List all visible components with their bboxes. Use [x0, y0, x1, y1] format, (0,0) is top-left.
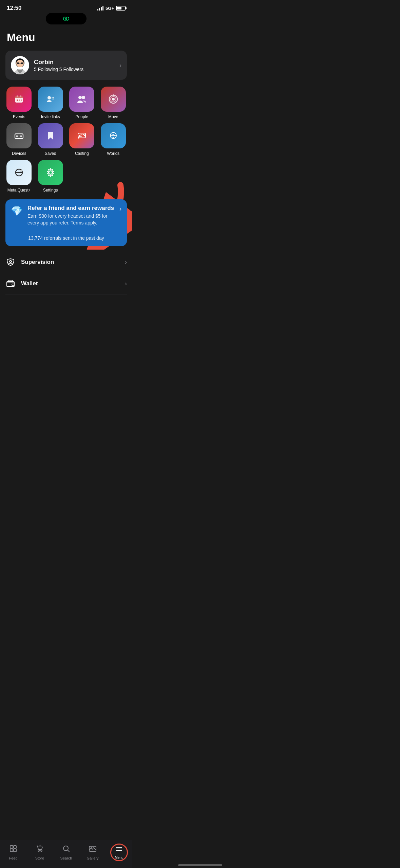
svg-rect-5 — [21, 62, 23, 64]
events-icon-bg — [6, 87, 32, 112]
move-label: Move — [108, 114, 118, 119]
devices-icon — [13, 130, 25, 142]
casting-icon — [76, 130, 88, 142]
diamond-icon: 💎 — [11, 205, 23, 217]
invite-icon — [45, 93, 56, 105]
svg-rect-14 — [17, 100, 18, 101]
move-icon — [108, 93, 119, 105]
chevron-right-icon: › — [119, 62, 121, 69]
events-label: Events — [13, 114, 25, 119]
signal-5g: 5G+ — [106, 6, 114, 11]
devices-icon-bg — [6, 123, 32, 148]
saved-icon-bg — [38, 123, 63, 148]
refer-chevron-icon: › — [119, 205, 121, 213]
supervision-chevron-icon: › — [125, 259, 127, 266]
svg-point-41 — [49, 171, 52, 174]
profile-info: Corbin 5 Following 5 Followers — [34, 59, 115, 72]
grid-item-events[interactable]: Events — [5, 87, 33, 119]
worlds-icon-bg — [101, 123, 126, 148]
invite-links-label: Invite links — [41, 114, 60, 119]
refer-banner[interactable]: 💎 Refer a friend and earn rewards Earn $… — [5, 199, 127, 246]
settings-icon — [45, 167, 56, 178]
supervision-icon — [5, 257, 16, 267]
saved-icon — [45, 130, 56, 142]
list-item-supervision[interactable]: Supervision › — [5, 252, 127, 273]
grid-item-settings[interactable]: Settings — [37, 160, 64, 193]
svg-point-33 — [112, 137, 114, 139]
svg-point-28 — [16, 135, 18, 137]
svg-rect-15 — [19, 100, 20, 101]
people-icon — [76, 93, 88, 105]
refer-title: Refer a friend and earn rewards — [27, 205, 115, 212]
wallet-chevron-icon: › — [125, 280, 127, 287]
meta-quest-label: Meta Quest+ — [7, 188, 31, 193]
svg-point-25 — [112, 98, 115, 101]
grid-item-casting[interactable]: Casting — [68, 123, 96, 156]
people-label: People — [76, 114, 88, 119]
signal-bars — [97, 6, 103, 11]
app-logo-icon — [62, 15, 70, 22]
svg-point-31 — [78, 137, 79, 139]
svg-point-29 — [20, 135, 22, 137]
settings-icon-bg — [38, 160, 63, 185]
battery-icon — [116, 6, 126, 11]
svg-point-1 — [65, 17, 69, 20]
svg-rect-16 — [21, 100, 22, 101]
svg-point-17 — [47, 96, 51, 100]
followers-label: Followers — [63, 67, 83, 72]
following-count: 5 — [34, 67, 37, 72]
devices-label: Devices — [12, 151, 26, 156]
metaquest-icon-bg — [6, 160, 32, 185]
svg-point-46 — [13, 285, 14, 285]
grid-item-meta-quest[interactable]: Meta Quest+ — [5, 160, 33, 193]
events-icon — [13, 93, 25, 105]
status-right: 5G+ — [97, 6, 126, 11]
svg-rect-4 — [17, 62, 19, 64]
status-bar: 12:50 5G+ — [0, 0, 132, 14]
wallet-icon — [5, 278, 16, 289]
casting-label: Casting — [75, 151, 89, 156]
grid-item-move[interactable]: Move — [100, 87, 127, 119]
worlds-icon — [108, 130, 119, 142]
profile-card[interactable]: Corbin 5 Following 5 Followers › — [5, 51, 127, 80]
people-icon-bg — [69, 87, 94, 112]
page-title: Menu — [7, 31, 126, 44]
svg-rect-13 — [15, 96, 23, 98]
casting-icon-bg — [69, 123, 94, 148]
dynamic-island — [0, 13, 132, 24]
list-item-wallet[interactable]: Wallet › — [5, 273, 127, 294]
refer-text: Refer a friend and earn rewards Earn $30… — [27, 205, 115, 226]
supervision-label: Supervision — [21, 259, 119, 266]
svg-point-26 — [113, 94, 114, 96]
refer-stats: 13,774 referrals sent in the past day — [11, 231, 121, 241]
grid-item-devices[interactable]: Devices — [5, 123, 33, 156]
profile-name: Corbin — [34, 59, 115, 66]
move-icon-bg — [101, 87, 126, 112]
refer-top: 💎 Refer a friend and earn rewards Earn $… — [11, 205, 121, 231]
grid-section: Events Invite links — [0, 87, 132, 246]
menu-list: Supervision › Wallet › — [0, 252, 132, 294]
svg-point-21 — [78, 96, 82, 99]
followers-count: 5 — [59, 67, 62, 72]
wallet-label: Wallet — [21, 280, 119, 287]
grid-item-invite-links[interactable]: Invite links — [37, 87, 64, 119]
island-pill — [46, 13, 87, 24]
metaquest-icon — [13, 167, 25, 178]
grid-item-saved[interactable]: Saved — [37, 123, 64, 156]
saved-label: Saved — [45, 151, 56, 156]
page-header: Menu — [0, 26, 132, 48]
avatar — [11, 56, 29, 74]
svg-point-22 — [82, 96, 85, 99]
refer-desc: Earn $30 for every headset and $5 for ev… — [27, 213, 115, 226]
svg-point-43 — [9, 260, 12, 263]
status-time: 12:50 — [7, 5, 21, 12]
invite-icon-bg — [38, 87, 63, 112]
profile-stats: 5 Following 5 Followers — [34, 67, 115, 72]
worlds-label: Worlds — [107, 151, 119, 156]
settings-label: Settings — [43, 188, 58, 193]
grid-item-worlds[interactable]: Worlds — [100, 123, 127, 156]
battery-fill — [117, 7, 121, 10]
menu-grid: Events Invite links — [0, 87, 132, 198]
grid-item-people[interactable]: People — [68, 87, 96, 119]
following-label: Following — [38, 67, 59, 72]
